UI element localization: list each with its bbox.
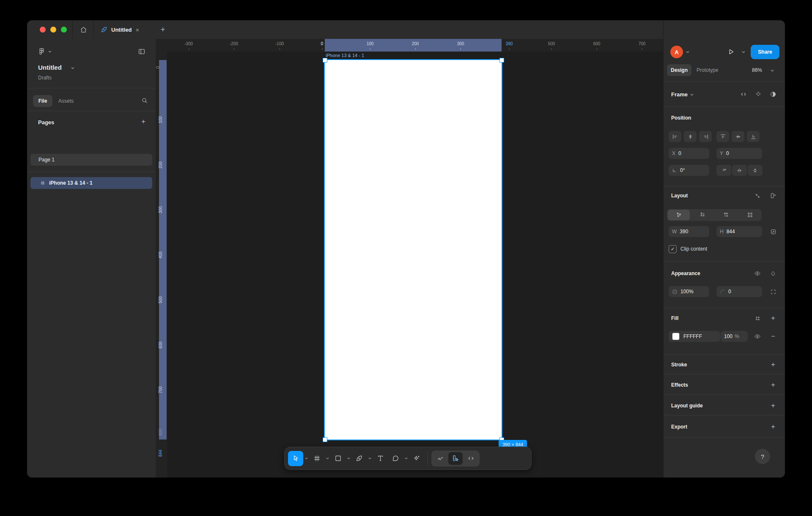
share-button[interactable]: Share [751,45,779,59]
selection-handle[interactable] [323,58,327,63]
corner-radius-input[interactable]: 0 [716,286,762,297]
home-icon [80,26,87,33]
selection-handle[interactable] [323,437,327,442]
layout-grid-button[interactable] [739,210,761,220]
fill-opacity-input[interactable]: 100 % [721,331,748,342]
shape-tool[interactable] [330,451,346,466]
dev-mode-toggle[interactable] [738,89,749,100]
chevron-down-icon[interactable] [770,68,774,73]
fill-swatch[interactable] [672,333,680,340]
text-tool[interactable] [373,451,388,466]
layout-header: Layout [671,193,688,199]
zoom-level[interactable]: 86% [752,67,762,73]
opacity-input[interactable]: 100% [669,286,709,297]
chevron-down-icon[interactable] [346,451,351,466]
avatar[interactable]: A [670,46,683,58]
help-button[interactable]: ? [755,449,770,464]
tab-untitled[interactable]: Untitled × [95,20,145,39]
width-input[interactable]: W390 [669,226,709,237]
align-left-button[interactable] [669,131,681,142]
align-top-button[interactable] [716,131,729,142]
chevron-down-icon[interactable] [367,451,373,466]
chevron-down-icon[interactable] [303,451,309,466]
tab-assets[interactable]: Assets [58,98,74,104]
align-center-vertical-button[interactable] [732,131,744,142]
height-input[interactable]: H844 [716,226,762,237]
draw-mode-button[interactable] [433,452,447,465]
pen-tool[interactable] [351,451,367,466]
align-center-horizontal-button[interactable] [684,131,697,142]
tab-title: Untitled [111,27,132,33]
clip-content-checkbox[interactable]: ✓ [669,245,677,253]
layout-vertical-button[interactable] [691,210,713,220]
tab-file[interactable]: File [33,95,52,107]
move-tool[interactable] [288,451,303,466]
dev-mode-button[interactable] [464,452,478,465]
document-title[interactable]: Untitled [38,64,62,71]
theme-toggle[interactable] [768,89,779,100]
remove-fill-button[interactable]: − [768,331,779,342]
figma-menu-button[interactable] [38,48,45,55]
layout-freeform-button[interactable] [668,210,690,220]
resize-to-fit-button[interactable] [752,190,763,201]
design-frame[interactable] [325,60,502,440]
tab-prototype[interactable]: Prototype [697,67,718,73]
fill-styles-button[interactable] [752,313,763,324]
selection-handle[interactable] [499,58,504,63]
sparkle-icon [413,455,420,462]
chevron-down-icon[interactable] [71,66,75,70]
present-button[interactable] [727,48,735,56]
window-close-button[interactable] [40,27,46,33]
design-mode-button[interactable] [448,452,463,465]
blend-mode-button[interactable] [768,268,779,279]
pen-icon [356,455,363,462]
add-page-button[interactable]: + [141,117,145,126]
chevron-down-icon[interactable] [324,451,330,466]
chevron-down-icon[interactable] [403,451,409,466]
frame-name-label[interactable]: iPhone 13 & 14 - 1 [326,53,364,58]
add-export-button[interactable]: + [768,421,779,432]
independent-corners-button[interactable] [768,286,779,297]
home-button[interactable] [76,24,91,35]
layout-horizontal-button[interactable] [715,210,737,220]
chevron-down-icon[interactable] [690,93,694,97]
rotation-input[interactable]: 0° [669,165,709,176]
x-input[interactable]: X0 [669,148,709,159]
water-drop-icon [770,270,776,276]
window-minimize-button[interactable] [50,27,56,33]
add-fill-button[interactable]: + [768,313,779,324]
search-button[interactable] [141,97,148,104]
align-right-button[interactable] [699,131,712,142]
rotate-button[interactable] [716,165,731,176]
document-location[interactable]: Drafts [38,75,52,81]
flip-horizontal-button[interactable] [732,165,747,176]
canvas[interactable]: -300 -200 -100 0 100 200 300 390 500 600… [156,39,663,478]
constrain-proportions-button[interactable] [768,226,779,237]
layer-list-item[interactable]: iPhone 13 & 14 - 1 [30,177,152,189]
flip-vertical-button[interactable] [748,165,763,176]
align-bottom-button[interactable] [747,131,760,142]
close-tab-icon[interactable]: × [135,26,139,33]
add-auto-layout-button[interactable] [768,190,779,201]
fill-visibility-button[interactable] [752,331,763,342]
figma-window: Untitled × + ••• Untitled Drafts File As… [27,20,785,478]
add-effect-button[interactable]: + [768,379,779,390]
fill-color-input[interactable]: FFFFFF [669,331,720,342]
component-button[interactable] [753,89,764,100]
visibility-button[interactable] [752,268,763,279]
page-list-item[interactable]: Page 1 [30,154,152,166]
comment-tool[interactable] [388,451,403,466]
selection-type[interactable]: Frame [671,91,688,98]
add-stroke-button[interactable]: + [768,359,779,370]
chevron-down-icon[interactable] [686,50,690,54]
frame-tool[interactable] [309,451,324,466]
new-tab-button[interactable]: + [156,24,169,35]
chevron-down-icon[interactable] [48,49,52,54]
y-input[interactable]: Y0 [716,148,762,159]
actions-tool[interactable] [409,451,424,466]
window-zoom-button[interactable] [61,27,67,33]
tab-design[interactable]: Design [667,64,691,76]
add-layout-guide-button[interactable]: + [768,400,779,411]
chevron-down-icon[interactable] [741,50,746,54]
sidebar-toggle-button[interactable] [138,48,145,55]
